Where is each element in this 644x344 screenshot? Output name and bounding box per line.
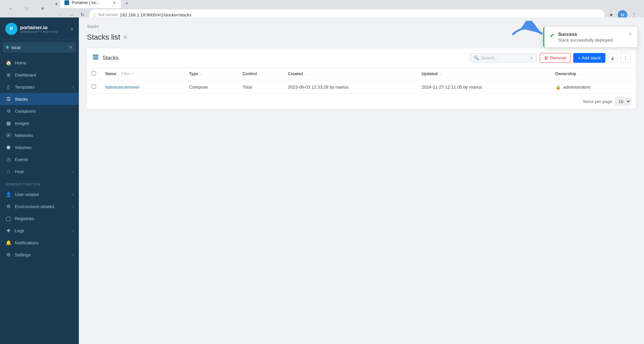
chevron-down-icon: ›: [72, 169, 73, 174]
svg-rect-3: [93, 57, 98, 58]
sidebar-item-label: Dashboard: [15, 72, 73, 78]
portainer-logo-icon: P: [5, 23, 17, 35]
column-header-ownership[interactable]: Ownership ↕: [551, 68, 636, 80]
chevron-down-icon: ›: [72, 192, 73, 196]
sidebar-item-events[interactable]: ◷ Events: [0, 153, 79, 165]
sidebar-item-label: Environment-related: [15, 204, 69, 209]
sidebar-item-label: Events: [15, 157, 73, 162]
svg-rect-2: [93, 55, 98, 56]
search-clear-button[interactable]: ✕: [530, 56, 533, 60]
settings-icon: ⚙: [5, 252, 11, 258]
toast-notification: ✔ Success Stack successfully deployed ×: [543, 27, 637, 47]
more-options-button[interactable]: ⋮: [620, 53, 631, 63]
sidebar-item-stacks[interactable]: ☰ Stacks: [0, 93, 79, 105]
sidebar-item-templates[interactable]: ▯ Templates ›: [0, 81, 79, 93]
sidebar-item-label: Stacks: [15, 97, 73, 102]
sidebar-collapse-button[interactable]: «: [70, 26, 73, 32]
chevron-down-icon: ›: [72, 229, 73, 233]
toast-close-button[interactable]: ×: [629, 32, 632, 37]
refresh-button[interactable]: ↻: [123, 35, 128, 40]
row-ownership-cell: 🔒 administrators: [551, 80, 636, 94]
minimize-button[interactable]: –: [3, 3, 18, 14]
sidebar-item-host[interactable]: □ Host ›: [0, 165, 79, 178]
sidebar-item-containers[interactable]: ⧉ Containers: [0, 105, 79, 117]
env-name: local: [11, 45, 20, 50]
column-header-control: Control: [238, 68, 283, 80]
user-icon: 👤: [5, 191, 11, 197]
sidebar-item-user-related[interactable]: 👤 User-related ›: [0, 188, 79, 200]
card-actions: 🔍 ✕ 🗑 Remove + Add stack ◭ ⋮: [470, 53, 631, 63]
admin-section-title: Administration: [0, 178, 79, 188]
row-checkbox[interactable]: [92, 84, 96, 89]
sidebar-item-label: Networks: [15, 133, 73, 138]
remove-button[interactable]: 🗑 Remove: [540, 53, 571, 63]
sidebar-item-images[interactable]: ▦ Images: [0, 117, 79, 129]
items-per-page-select[interactable]: 10 25 50: [615, 97, 631, 106]
ownership-value: administrators: [563, 85, 591, 90]
sidebar-env-selector[interactable]: local ✕: [3, 42, 76, 53]
toast-message: Stack successfully deployed: [558, 38, 626, 43]
env-close-button[interactable]: ✕: [69, 45, 73, 50]
containers-icon: ⧉: [5, 108, 11, 114]
filter-button[interactable]: Filter ▿: [121, 71, 133, 76]
close-button[interactable]: ✕: [35, 3, 50, 14]
sidebar-item-settings[interactable]: ⚙ Settings ›: [0, 249, 79, 261]
search-input[interactable]: [481, 55, 528, 60]
sidebar-item-networks[interactable]: ⦿ Networks: [0, 129, 79, 141]
sidebar-item-registries[interactable]: ◯ Registries: [0, 212, 79, 225]
sidebar-item-logs[interactable]: ❖ Logs ›: [0, 225, 79, 237]
search-box[interactable]: 🔍 ✕: [470, 53, 537, 62]
svg-rect-4: [93, 58, 98, 59]
ownership-icon: 🔒: [555, 85, 561, 90]
remove-label: Remove: [550, 55, 566, 60]
sidebar-item-label: Notifications: [15, 240, 73, 245]
row-created-cell: 2023-06-03 12:33:28 by marius: [283, 80, 417, 94]
sidebar-logo: P portainer.io COMMUNITY EDITION «: [0, 17, 79, 39]
column-header-created[interactable]: Created ↕: [283, 68, 417, 80]
events-icon: ◷: [5, 156, 11, 162]
logo-name: portainer.io: [20, 24, 57, 30]
sort-icon: ↕: [305, 72, 307, 76]
stacks-card: Stacks 🔍 ✕ 🗑 Remove + Add stack: [87, 48, 636, 109]
env-status-dot: [6, 46, 9, 49]
browser-tab-active[interactable]: Portainer | loc... ✕: [60, 0, 121, 8]
row-checkbox-cell[interactable]: [87, 80, 101, 94]
svg-text:P: P: [10, 26, 13, 32]
images-icon: ▦: [5, 120, 11, 126]
column-header-type[interactable]: Type ↕: [184, 68, 238, 80]
tab-title: Portainer | loc...: [72, 0, 109, 5]
sort-icon: ↓: [118, 72, 120, 76]
column-header-updated[interactable]: Updated ↕: [417, 68, 550, 80]
new-tab-button[interactable]: +: [122, 0, 132, 8]
card-title-area: Stacks: [92, 54, 118, 62]
networks-icon: ⦿: [5, 132, 11, 138]
sidebar-item-home[interactable]: 🏠 Home: [0, 57, 79, 69]
volumes-icon: ⬣: [5, 144, 11, 150]
add-stack-button[interactable]: + Add stack: [573, 53, 605, 63]
browser-chrome: – □ ✕ ▼ Portainer | loc... ✕ + ← → ↻ △ N…: [0, 0, 644, 17]
sidebar-item-environment-related[interactable]: ⚙ Environment-related ›: [0, 200, 79, 212]
restore-button[interactable]: □: [19, 3, 34, 14]
sidebar-item-label: Images: [15, 121, 73, 126]
logs-icon: ❖: [5, 228, 11, 234]
tab-list-button[interactable]: ▼: [52, 0, 60, 8]
sidebar-item-label: Containers: [15, 109, 73, 114]
toast-success-icon: ✔: [550, 32, 555, 39]
sidebar-item-label: Volumes: [15, 145, 73, 150]
sidebar-item-dashboard[interactable]: ⊞ Dashboard: [0, 69, 79, 81]
window-controls[interactable]: – □ ✕: [3, 3, 50, 14]
search-icon: 🔍: [474, 55, 479, 60]
sidebar-item-volumes[interactable]: ⬣ Volumes: [0, 141, 79, 153]
logo-area: P portainer.io COMMUNITY EDITION: [5, 23, 57, 35]
stacks-icon: ☰: [5, 96, 11, 102]
stacks-table: Name ↓ Filter ▿ Type ↕ Control: [87, 68, 636, 94]
select-all-checkbox[interactable]: [92, 71, 96, 76]
column-toggle-button[interactable]: ◭: [608, 53, 617, 63]
sidebar-nav: 🏠 Home ⊞ Dashboard ▯ Templates › ☰ Stack…: [0, 55, 79, 344]
column-header-name[interactable]: Name ↓ Filter ▿: [101, 68, 184, 80]
stack-name-link[interactable]: fastmusicremover: [105, 85, 140, 90]
sidebar-item-notifications[interactable]: 🔔 Notifications: [0, 237, 79, 249]
tab-close-button[interactable]: ✕: [111, 0, 117, 5]
select-all-header[interactable]: [87, 68, 101, 80]
logo-edition: COMMUNITY EDITION: [20, 30, 57, 34]
